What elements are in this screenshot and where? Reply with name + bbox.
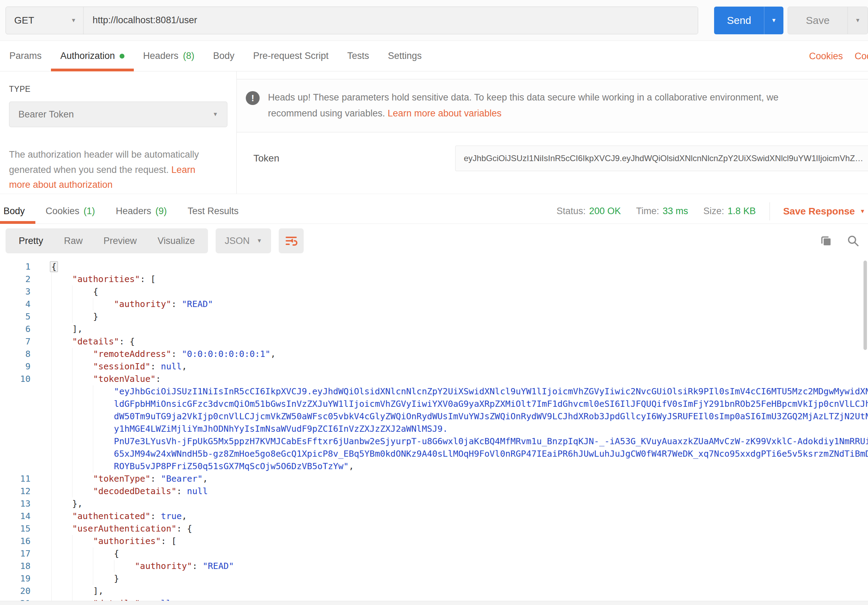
tab-settings[interactable]: Settings xyxy=(378,41,431,71)
type-label: TYPE xyxy=(9,85,228,94)
response-tab-body[interactable]: Body xyxy=(0,199,36,223)
response-body-editor[interactable]: 1{2"authorities": [3{4"authority": "READ… xyxy=(0,258,868,601)
wrap-text-button[interactable] xyxy=(279,228,304,253)
tab-count: (9) xyxy=(155,206,167,217)
tab-authorization[interactable]: Authorization xyxy=(51,41,134,71)
tab-count: (8) xyxy=(183,51,194,61)
indent-guide xyxy=(93,398,114,410)
method-select[interactable]: GET xyxy=(6,7,84,34)
code-token: : xyxy=(150,473,161,484)
save-response-button[interactable]: Save Response xyxy=(783,206,865,217)
request-bar: GET http://localhost:8081/user Send Save xyxy=(0,0,868,41)
code-token: : xyxy=(150,361,161,371)
save-label: Save xyxy=(788,7,848,34)
code-token: "details" xyxy=(93,599,140,601)
warning-icon xyxy=(246,91,260,105)
code-token: : [ xyxy=(140,274,156,284)
tab-params[interactable]: Params xyxy=(0,41,51,71)
chevron-down-icon xyxy=(71,18,76,23)
save-button[interactable]: Save xyxy=(787,6,868,34)
search-icon xyxy=(846,234,860,248)
line-number: 3 xyxy=(0,286,31,298)
indent-guide xyxy=(51,573,72,585)
chevron-down-icon xyxy=(257,238,262,244)
line-number xyxy=(0,448,31,460)
code-token: "authenticated" xyxy=(72,511,150,521)
horizontal-scrollbar[interactable] xyxy=(0,601,868,605)
code-token: dW50Tm9uTG9ja2VkIjp0cnVlLCJjcmVkZW50aWFs… xyxy=(114,411,868,421)
line-number xyxy=(0,398,31,410)
code-token: : xyxy=(171,349,181,359)
url-input[interactable]: http://localhost:8081/user xyxy=(84,7,698,34)
response-tab-headers[interactable]: Headers (9) xyxy=(105,199,177,223)
line-number: 19 xyxy=(0,573,31,585)
url-group: GET http://localhost:8081/user xyxy=(6,6,698,34)
code-line: 4"authority": "READ" xyxy=(0,298,868,311)
tab-label: Headers xyxy=(116,206,151,217)
response-tab-cookies[interactable]: Cookies (1) xyxy=(36,199,106,223)
view-preview[interactable]: Preview xyxy=(93,236,147,246)
response-toolbar: Pretty Raw Preview Visualize JSON xyxy=(0,224,868,258)
indent-guide xyxy=(51,323,72,336)
tab-body[interactable]: Body xyxy=(204,41,244,71)
view-pretty[interactable]: Pretty xyxy=(8,236,54,246)
indent-guide xyxy=(72,597,93,601)
indent-guide xyxy=(72,286,93,298)
code-token: : xyxy=(140,599,150,601)
line-number: 1 xyxy=(0,261,31,273)
indent-guide xyxy=(51,548,72,560)
code-token: PnU7e3LYusVh-jFpUkG5Mx5ppzH7KVMJCabEsFft… xyxy=(114,436,868,446)
code-line: 14"authenticated": true, xyxy=(0,510,868,523)
code-line: dW50Tm9uTG9ja2VkIjp0cnVlLCJjcmVkZW50aWFs… xyxy=(0,410,868,423)
indent-guide xyxy=(72,585,93,597)
wrap-text-icon xyxy=(284,234,298,248)
url-value: http://localhost:8081/user xyxy=(93,15,197,26)
code-token: "authority" xyxy=(114,299,172,309)
save-options-button[interactable] xyxy=(848,7,868,34)
code-token: ldGFpbHMiOnsicGFzc3dvcmQiOm51bGwsInVzZXJ… xyxy=(114,399,868,409)
copy-icon xyxy=(820,234,832,248)
request-tabs: Params Authorization Headers (8) Body Pr… xyxy=(0,41,868,71)
search-button[interactable] xyxy=(846,234,860,248)
indent-guide xyxy=(93,435,114,448)
language-select[interactable]: JSON xyxy=(215,228,271,253)
indent-guide xyxy=(51,373,72,385)
tab-pre-request-script[interactable]: Pre-request Script xyxy=(244,41,338,71)
token-input[interactable]: eyJhbGciOiJSUzI1NiIsInR5cCI6IkpXVCJ9.eyJ… xyxy=(455,145,868,171)
status-value: 200 OK xyxy=(589,206,621,217)
code-token: ROYBu5vJP8PFriZ50q51sGX7MqScOjw5O6DzVB5o… xyxy=(114,461,349,471)
vertical-scrollbar[interactable] xyxy=(863,261,867,350)
copy-button[interactable] xyxy=(820,234,832,248)
time-label: Time: xyxy=(636,206,659,217)
indent-guide xyxy=(51,560,72,573)
learn-more-variables-link[interactable]: Learn more about variables xyxy=(388,108,502,119)
send-options-button[interactable] xyxy=(764,6,783,34)
indent-guide xyxy=(72,311,93,323)
view-raw[interactable]: Raw xyxy=(54,236,93,246)
code-token: "sessionId" xyxy=(93,361,150,371)
tab-label: Settings xyxy=(388,51,422,61)
code-token: "READ" xyxy=(181,299,213,309)
code-token: } xyxy=(114,574,119,583)
response-tab-test-results[interactable]: Test Results xyxy=(177,199,249,223)
indent-guide xyxy=(93,410,114,423)
code-link[interactable]: Code xyxy=(854,51,868,62)
tab-label: Headers xyxy=(143,51,178,61)
code-line: 15"userAuthentication": { xyxy=(0,523,868,535)
cookies-link[interactable]: Cookies xyxy=(809,51,843,62)
indent-guide xyxy=(72,348,93,361)
line-number: 10 xyxy=(0,373,31,385)
tab-headers[interactable]: Headers (8) xyxy=(134,41,204,71)
line-number: 15 xyxy=(0,523,31,535)
indent-guide xyxy=(51,410,72,423)
tab-tests[interactable]: Tests xyxy=(338,41,378,71)
indent-guide xyxy=(93,560,114,573)
time-value: 33 ms xyxy=(663,206,688,217)
banner-text: Heads up! These parameters hold sensitiv… xyxy=(268,90,829,122)
size-label: Size: xyxy=(703,206,724,217)
send-button[interactable]: Send xyxy=(714,6,783,34)
view-visualize[interactable]: Visualize xyxy=(147,236,206,246)
active-tab-underline xyxy=(51,69,134,71)
auth-type-select[interactable]: Bearer Token xyxy=(9,102,228,127)
indent-guide xyxy=(51,311,72,323)
